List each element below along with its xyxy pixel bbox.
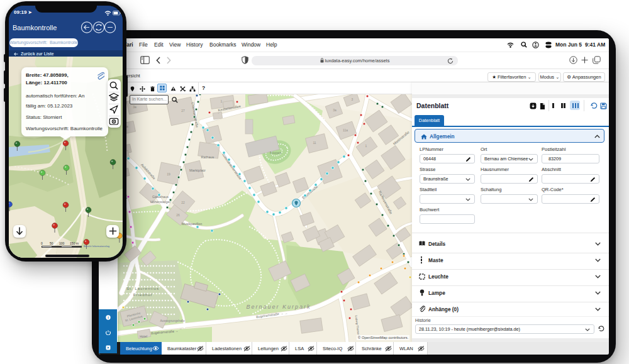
svg-text:→: → <box>216 111 220 115</box>
svg-text:St. Laurentius: St. Laurentius <box>126 286 159 290</box>
svg-text:Musikpavillon: Musikpavillon <box>182 222 202 226</box>
svg-text:Bernauer Kurpark: Bernauer Kurpark <box>246 304 311 310</box>
svg-text:Hotel: Hotel <box>140 334 147 338</box>
svg-text:Rathaus: Rathaus <box>201 155 214 159</box>
svg-text:1: 1 <box>221 99 223 103</box>
svg-text:Friedhof: Friedhof <box>133 292 153 297</box>
svg-text:11: 11 <box>313 141 316 145</box>
svg-text:22: 22 <box>181 201 185 204</box>
svg-text:3: 3 <box>352 97 353 101</box>
svg-text:27: 27 <box>181 109 185 113</box>
svg-text:1: 1 <box>365 144 367 148</box>
svg-text:3a: 3a <box>133 105 136 109</box>
svg-text:19: 19 <box>167 172 170 176</box>
svg-text:→: → <box>284 311 288 316</box>
svg-text:Marktplatz: Marktplatz <box>189 168 206 172</box>
svg-text:3a: 3a <box>333 108 337 112</box>
svg-text:→: → <box>179 326 182 330</box>
svg-text:11a: 11a <box>343 128 348 132</box>
svg-text:Aussegnungshalle: Aussegnungshalle <box>160 319 185 323</box>
svg-text:26: 26 <box>176 213 180 217</box>
svg-text:Höhensteiger: Höhensteiger <box>150 200 170 204</box>
svg-text:Bikepark: Bikepark <box>270 152 282 155</box>
